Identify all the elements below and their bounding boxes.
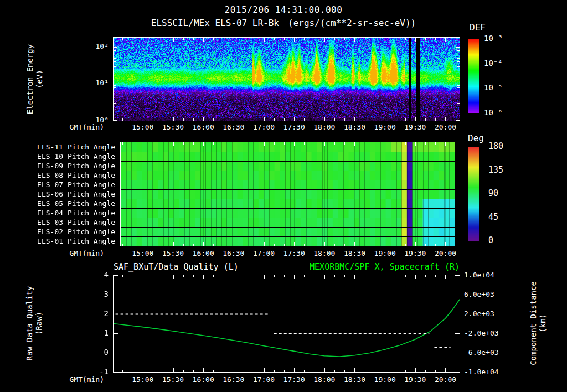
pitch-angle-colorbar-canvas <box>468 147 479 241</box>
bottom-left-tick-label: 3 <box>86 290 109 298</box>
bottom-left-y-axis-label: Raw Data Quality (Raw) <box>25 268 44 379</box>
bottom-right-tick-label: 2.0e+03 <box>464 310 494 318</box>
bottom-x-tick-label: 17:30 <box>284 375 305 384</box>
pitch-x-tick-label: 15:00 <box>132 249 153 258</box>
pitch-colorbar-tick-label: 0 <box>488 236 493 245</box>
spectrogram-dataset-label: ELSSCIL/MEx ELS-07 LR-Bk <box>151 18 279 28</box>
pitch-x-tick-label: 19:30 <box>404 249 426 258</box>
bottom-right-y-axis-label: Component Distance (km) <box>529 262 548 384</box>
bottom-x-tick-label: 18:00 <box>313 375 335 384</box>
pitch-row-label: ELS-05 Pitch Angle <box>31 199 115 208</box>
bottom-right-tick-label: 6.0e+03 <box>464 290 494 299</box>
pitch-x-tick-label: 17:30 <box>284 249 305 258</box>
page-title: 2015/206 14:31:00.000 <box>0 4 567 15</box>
pitch-colorbar-tick-label: 135 <box>488 166 503 174</box>
pitch-row-label: ELS-01 Pitch Angle <box>31 237 115 246</box>
pitch-colorbar-tick-label: 180 <box>488 142 503 151</box>
pitch-row-label: ELS-06 Pitch Angle <box>31 190 115 199</box>
bottom-right-y-axis-label-line2: (km) <box>538 262 548 384</box>
bottom-right-tick-label: -1.0e+04 <box>464 368 499 376</box>
bottom-x-tick-label: 20:00 <box>435 375 456 384</box>
bottom-x-tick-label: 16:30 <box>223 375 244 384</box>
spectrogram-x-tick-label: 20:00 <box>435 123 456 132</box>
bottom-x-tick-label: 19:30 <box>404 375 426 384</box>
pitch-x-tick-label: 18:00 <box>313 249 335 258</box>
pitch-x-tick-label: 17:00 <box>253 249 275 258</box>
pitch-row-label: ELS-11 Pitch Angle <box>31 143 115 152</box>
pitch-x-tick-label: 15:30 <box>162 249 184 258</box>
pitch-x-tick-label: 20:00 <box>435 249 456 258</box>
spectrogram-y-axis-label-line1: Electron Energy <box>25 32 35 126</box>
spectrogram-y-tick-label: 10² <box>84 42 109 51</box>
bottom-x-tick-label: 18:30 <box>344 375 365 384</box>
spectrogram-y-axis-label-line2: (eV) <box>35 32 44 126</box>
bottom-left-tick-label: 4 <box>86 270 109 279</box>
bottom-left-tick-label: 0 <box>86 348 109 357</box>
pitch-colorbar-tick-label: 45 <box>488 213 498 221</box>
spectrogram-colorbar-canvas <box>468 39 479 113</box>
pitch-row-label: ELS-07 Pitch Angle <box>31 180 115 189</box>
bottom-right-tick-label: -6.0e+03 <box>464 348 499 357</box>
spectrogram-colorbar-title: DEF <box>470 22 486 33</box>
pitch-row-label: ELS-08 Pitch Angle <box>31 171 115 180</box>
quality-distance-line-chart-canvas <box>113 275 460 373</box>
spectrogram-y-tick-label: 10¹ <box>84 79 109 87</box>
spectrogram-x-tick-label: 19:00 <box>374 123 396 132</box>
pitch-row-label: ELS-09 Pitch Angle <box>31 162 115 171</box>
bottom-left-y-axis-label-line1: Raw Data Quality <box>25 268 34 379</box>
pitch-colorbar-title: Deg <box>468 133 484 143</box>
pitch-row-label: ELS-02 Pitch Angle <box>31 228 115 236</box>
spectrogram-y-axis-label: Electron Energy (eV) <box>25 32 44 126</box>
bottom-right-y-axis-label-line1: Component Distance <box>529 262 538 384</box>
bottom-right-tick-label: 1.0e+04 <box>464 271 494 280</box>
pitch-x-tick-label: 16:00 <box>193 249 214 258</box>
electron-energy-spectrogram-canvas <box>113 37 460 121</box>
spectrogram-x-tick-label: 18:30 <box>344 123 365 132</box>
bottom-x-tick-label: 15:00 <box>132 375 153 384</box>
pitch-row-label: ELS-04 Pitch Angle <box>31 209 115 218</box>
spectrogram-colorbar-tick-label: 10⁻⁴ <box>484 59 503 68</box>
pitch-x-tick-label: 18:30 <box>344 249 365 258</box>
spectrogram-x-tick-label: 17:00 <box>253 123 275 132</box>
spectrogram-x-tick-label: 17:30 <box>284 123 305 132</box>
bottom-x-tick-label: 16:00 <box>193 375 214 384</box>
bottom-x-tick-label: 15:30 <box>162 375 184 384</box>
spectrogram-colorbar-tick-label: 10⁻⁵ <box>484 83 503 92</box>
spectrogram-x-tick-label: 15:00 <box>132 123 153 132</box>
spectrogram-x-tick-label: 15:30 <box>162 123 184 132</box>
bottom-x-tick-label: 17:00 <box>253 375 275 384</box>
bottom-right-tick-label: -2.0e+03 <box>464 329 499 338</box>
pitch-row-label: ELS-10 Pitch Angle <box>31 152 115 161</box>
spectrogram-x-tick-label: 18:00 <box>313 123 335 132</box>
bottom-left-tick-label: 1 <box>86 328 109 337</box>
pitch-row-label: ELS-03 Pitch Angle <box>31 218 115 227</box>
bottom-left-tick-label: -1 <box>86 367 109 376</box>
spectrogram-colorbar-tick-label: 10⁻⁶ <box>484 108 503 117</box>
bottom-x-tick-label: 19:00 <box>374 375 396 384</box>
spectrogram-units-label: (ergs/(cm**2-sr-sec-eV)) <box>288 18 416 28</box>
pitch-colorbar-tick-label: 90 <box>488 189 498 198</box>
spectrogram-colorbar-tick-label: 10⁻³ <box>484 34 503 43</box>
spectrogram-x-tick-label: 16:00 <box>193 123 214 132</box>
bottom-right-series-title: MEXORBMC/SPF X, Spacecraft (R) <box>277 262 460 272</box>
spectrogram-x-tick-label: 19:30 <box>404 123 426 132</box>
bottom-left-y-axis-label-line2: (Raw) <box>34 268 44 379</box>
spectrogram-y-tick-label: 10⁰ <box>84 116 109 125</box>
bottom-left-series-title: SAF_BXuT/Data Quality (L) <box>114 262 239 272</box>
pitch-x-tick-label: 16:30 <box>223 249 244 258</box>
pitch-angle-heatmap-canvas <box>120 142 455 246</box>
pitch-x-tick-label: 19:00 <box>374 249 396 258</box>
pitch-x-axis-label: GMT(min) <box>55 249 104 257</box>
bottom-left-tick-label: 2 <box>86 309 109 318</box>
spectrogram-x-tick-label: 16:30 <box>223 123 244 132</box>
bottom-x-axis-label: GMT(min) <box>55 375 104 384</box>
